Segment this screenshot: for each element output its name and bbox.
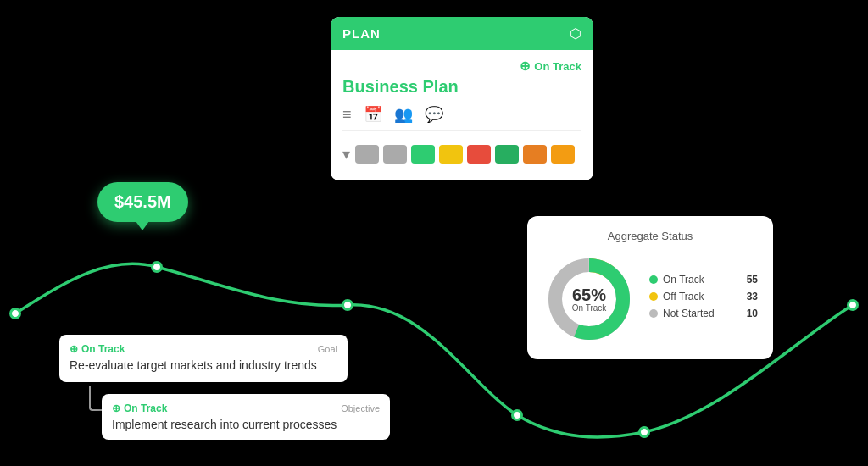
legend-label-not-started: Not Started bbox=[663, 308, 715, 319]
objective-on-track-icon: ⊕ bbox=[112, 402, 120, 414]
budget-bubble: $45.5M bbox=[97, 182, 188, 222]
goal-card-top: ⊕ On Track Goal bbox=[70, 343, 337, 355]
donut-center: 65% On Track bbox=[572, 286, 607, 313]
color-swatch-red[interactable] bbox=[467, 145, 491, 164]
node-dot-1 bbox=[9, 308, 21, 319]
legend-dot-not-started bbox=[649, 309, 658, 318]
plan-title-label: PLAN bbox=[342, 26, 381, 41]
goal-status-badge: ⊕ On Track bbox=[70, 343, 125, 355]
on-track-circle-icon: ⊕ bbox=[520, 58, 531, 74]
color-swatch-amber[interactable] bbox=[551, 145, 575, 164]
color-swatch-yellow[interactable] bbox=[439, 145, 463, 164]
legend-on-track: On Track 55 bbox=[649, 274, 758, 286]
legend-label-on-track: On Track bbox=[663, 274, 704, 286]
plan-card-toolbar: ≡ 📅 👥 💬 bbox=[342, 105, 581, 131]
legend-count-on-track: 55 bbox=[747, 274, 758, 286]
aggregate-card: Aggregate Status 65% On Track On Track bbox=[527, 216, 773, 359]
node-dot-3 bbox=[342, 299, 353, 311]
plan-card: PLAN ⬡ ⊕ On Track Business Plan ≡ 📅 👥 💬 … bbox=[331, 17, 593, 180]
aggregate-legend: On Track 55 Off Track 33 Not Started 10 bbox=[649, 274, 758, 325]
plan-status-row: ⊕ On Track bbox=[342, 58, 581, 74]
legend-not-started: Not Started 10 bbox=[649, 308, 758, 319]
objective-card-top: ⊕ On Track Objective bbox=[112, 402, 380, 414]
legend-dot-off-track bbox=[649, 292, 658, 301]
color-swatch-green[interactable] bbox=[411, 145, 435, 164]
color-swatch-gray2[interactable] bbox=[383, 145, 407, 164]
color-swatches bbox=[355, 140, 575, 169]
objective-type-label: Objective bbox=[341, 403, 380, 413]
legend-count-not-started: 10 bbox=[747, 308, 758, 319]
goal-on-track-icon: ⊕ bbox=[70, 343, 78, 355]
legend-off-track: Off Track 33 bbox=[649, 291, 758, 302]
objective-status-badge: ⊕ On Track bbox=[112, 402, 167, 414]
edit-icon[interactable]: ⬡ bbox=[570, 25, 581, 42]
dropdown-button[interactable]: ▾ bbox=[342, 145, 350, 164]
node-dot-4 bbox=[511, 409, 523, 421]
node-dot-5 bbox=[638, 426, 650, 438]
goal-card-title: Re-evaluate target markets and industry … bbox=[70, 358, 337, 372]
legend-count-off-track: 33 bbox=[747, 291, 758, 302]
goal-type-label: Goal bbox=[318, 344, 337, 354]
node-dot-6 bbox=[847, 299, 859, 311]
list-icon[interactable]: ≡ bbox=[342, 106, 352, 124]
goal-card: ⊕ On Track Goal Re-evaluate target marke… bbox=[59, 335, 348, 382]
node-dot-2 bbox=[151, 261, 163, 273]
aggregate-title: Aggregate Status bbox=[542, 230, 758, 242]
objective-card: ⊕ On Track Objective Implement research … bbox=[102, 394, 390, 440]
color-swatch-dark-green[interactable] bbox=[495, 145, 519, 164]
color-swatch-orange[interactable] bbox=[523, 145, 547, 164]
donut-label: On Track bbox=[572, 303, 607, 313]
calendar-icon[interactable]: 📅 bbox=[364, 105, 382, 124]
legend-dot-on-track bbox=[649, 275, 658, 284]
donut-percent: 65% bbox=[572, 286, 607, 303]
team-icon[interactable]: 👥 bbox=[394, 105, 413, 124]
budget-value: $45.5M bbox=[114, 192, 171, 211]
donut-chart: 65% On Track bbox=[542, 252, 636, 346]
plan-card-body: ⊕ On Track Business Plan ≡ 📅 👥 💬 ▾ bbox=[331, 50, 593, 180]
aggregate-body: 65% On Track On Track 55 Off Track 33 No… bbox=[542, 252, 758, 346]
plan-status-badge: ⊕ On Track bbox=[520, 58, 581, 74]
chat-icon[interactable]: 💬 bbox=[425, 105, 443, 124]
legend-label-off-track: Off Track bbox=[663, 291, 704, 302]
color-swatch-gray1[interactable] bbox=[355, 145, 379, 164]
objective-card-title: Implement research into current processe… bbox=[112, 418, 380, 431]
plan-card-header: PLAN ⬡ bbox=[331, 17, 593, 50]
plan-card-title: Business Plan bbox=[342, 77, 581, 97]
